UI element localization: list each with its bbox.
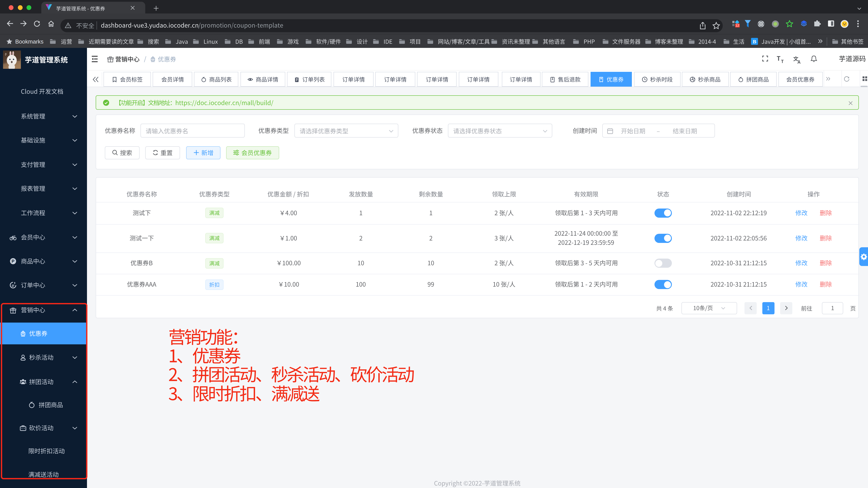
- svg-text:12: 12: [736, 24, 739, 27]
- svg-text:B: B: [753, 38, 756, 44]
- svg-text:P: P: [11, 259, 14, 264]
